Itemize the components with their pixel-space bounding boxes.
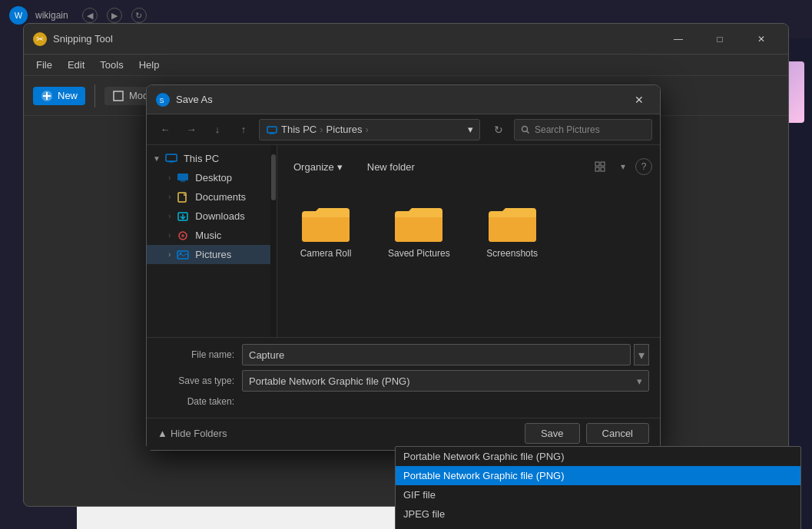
saveastype-arrow: ▾ <box>637 375 642 387</box>
dropdown-option-png-selected[interactable]: Portable Network Graphic file (PNG) <box>396 466 800 485</box>
documents-arrow: › <box>168 193 171 201</box>
dialog-file-toolbar: Organize ▾ New folder ▾ <box>285 153 652 180</box>
music-icon <box>177 230 189 241</box>
cancel-button[interactable]: Cancel <box>586 423 649 444</box>
sidebar-item-pictures[interactable]: › Pictures <box>147 245 277 264</box>
save-button[interactable]: Save <box>525 423 580 444</box>
breadcrumb-bar[interactable]: This PC › Pictures › ▾ <box>259 119 480 141</box>
svg-text:S: S <box>160 96 164 104</box>
folder-icon-svg-camera <box>299 200 353 243</box>
saveastype-row: Save as type: Portable Network Graphic f… <box>157 370 649 392</box>
dropdown-option-gif[interactable]: GIF file <box>396 485 800 504</box>
organize-button[interactable]: Organize ▾ <box>285 157 351 177</box>
folder-camera-roll-name: Camera Roll <box>300 248 352 259</box>
new-button[interactable]: New <box>33 87 85 105</box>
svg-rect-25 <box>167 161 175 162</box>
menu-help[interactable]: Help <box>133 58 166 72</box>
folder-camera-roll[interactable]: Camera Roll <box>293 194 359 322</box>
folder-saved-pictures[interactable]: Saved Pictures <box>382 194 456 322</box>
sidebar-item-downloads[interactable]: › Downloads <box>147 207 277 226</box>
browser-site-name: wikigain <box>35 10 68 21</box>
browser-nav-back[interactable]: ◀ <box>82 8 98 23</box>
sidebar-this-pc[interactable]: ▼ This PC <box>147 148 277 168</box>
date-taken-row: Date taken: <box>157 396 649 407</box>
breadcrumb-dropdown-arrow[interactable]: ▾ <box>468 124 473 135</box>
snipping-close-button[interactable]: ✕ <box>744 28 779 51</box>
saveastype-label: Save as type: <box>157 375 234 386</box>
refresh-button[interactable]: ↻ <box>488 119 509 141</box>
dropdown-option-jpeg[interactable]: JPEG file <box>396 504 800 524</box>
sidebar-this-pc-label: This PC <box>184 153 219 164</box>
new-folder-button[interactable]: New folder <box>357 157 425 177</box>
browser-nav-forward[interactable]: ▶ <box>107 8 122 23</box>
dropdown-option-png[interactable]: Portable Network Graphic file (PNG) <box>396 447 800 466</box>
svg-rect-23 <box>166 154 177 161</box>
menu-tools[interactable]: Tools <box>94 58 129 72</box>
new-icon <box>41 90 53 102</box>
snipping-title: Snipping Tool <box>53 33 661 45</box>
search-placeholder: Search Pictures <box>535 124 600 135</box>
nav-forward-button[interactable]: → <box>181 119 202 141</box>
view-dropdown-button[interactable]: ▾ <box>612 156 634 177</box>
hide-folders-arrow: ▲ <box>157 428 167 439</box>
svg-rect-5 <box>114 91 123 101</box>
breadcrumb-sep-1: › <box>320 124 323 135</box>
folder-icon-svg-screenshots <box>486 200 539 243</box>
view-tiles-button[interactable] <box>589 156 611 177</box>
help-button[interactable]: ? <box>635 158 652 175</box>
filename-dropdown-arrow[interactable]: ▾ <box>634 344 649 365</box>
snipping-titlebar: ✂ Snipping Tool — □ ✕ <box>24 24 788 55</box>
dialog-close-button[interactable]: ✕ <box>628 88 651 111</box>
dialog-main-area: Organize ▾ New folder ▾ <box>277 145 660 337</box>
filename-label: File name: <box>157 349 234 360</box>
this-pc-icon <box>266 124 278 136</box>
sidebar-item-music[interactable]: › Music <box>147 226 277 245</box>
breadcrumb-this-pc[interactable]: This PC <box>281 124 317 135</box>
sidebar-downloads-label: Downloads <box>195 210 244 222</box>
browser-nav-refresh[interactable]: ↻ <box>131 8 147 23</box>
folder-screenshots[interactable]: Screenshots <box>479 194 545 322</box>
filename-input[interactable] <box>242 344 631 365</box>
saveastype-dropdown[interactable]: Portable Network Graphic file (PNG) ▾ <box>242 370 649 392</box>
minimize-button[interactable]: — <box>661 28 696 51</box>
save-icon-small: S <box>157 94 168 105</box>
browser-favicon: W <box>9 6 28 25</box>
this-pc-expand-arrow: ▼ <box>153 154 161 163</box>
dialog-action-bar: ▲ Hide Folders Save Cancel <box>147 418 660 450</box>
folders-grid: Camera Roll Saved Pictures <box>285 187 652 329</box>
sidebar-scroll-thumb <box>271 154 276 200</box>
menu-edit[interactable]: Edit <box>61 58 91 72</box>
dialog-body: ▼ This PC › Desktop › <box>147 145 660 337</box>
svg-point-32 <box>181 234 184 237</box>
mode-icon <box>112 90 124 102</box>
svg-text:✂: ✂ <box>36 34 44 45</box>
sidebar-documents-label: Documents <box>195 191 246 203</box>
sidebar-scrollbar[interactable] <box>270 145 277 337</box>
nav-up-button[interactable]: ↑ <box>233 119 254 141</box>
date-taken-label: Date taken: <box>157 396 234 407</box>
folder-icon-svg-saved <box>392 200 446 243</box>
nav-back-button[interactable]: ← <box>154 119 176 141</box>
folder-saved-pictures-icon <box>392 200 446 243</box>
maximize-button[interactable]: □ <box>702 28 737 51</box>
downloads-icon <box>177 211 189 222</box>
snipping-menubar: File Edit Tools Help <box>24 55 788 76</box>
hide-folders-button[interactable]: ▲ Hide Folders <box>157 428 227 439</box>
dropdown-option-mht[interactable]: Single file HTML (MHT) <box>396 524 800 529</box>
sidebar-desktop-label: Desktop <box>195 172 232 183</box>
search-box[interactable]: Search Pictures <box>514 119 652 141</box>
view-btn-group: ▾ ? <box>589 156 652 177</box>
dialog-sidebar: ▼ This PC › Desktop › <box>147 145 277 337</box>
svg-rect-35 <box>595 162 599 166</box>
pictures-arrow: › <box>168 250 171 259</box>
organize-arrow: ▾ <box>337 161 343 173</box>
toolbar-separator-1 <box>94 84 95 107</box>
breadcrumb-pictures[interactable]: Pictures <box>326 124 363 135</box>
sidebar-item-desktop[interactable]: › Desktop <box>147 168 277 187</box>
sidebar-item-documents[interactable]: › Documents <box>147 187 277 207</box>
menu-file[interactable]: File <box>30 58 58 72</box>
svg-rect-20 <box>270 133 274 134</box>
nav-down-button[interactable]: ↓ <box>207 119 228 141</box>
dialog-title-icon: S <box>156 93 170 107</box>
svg-rect-37 <box>595 167 599 171</box>
